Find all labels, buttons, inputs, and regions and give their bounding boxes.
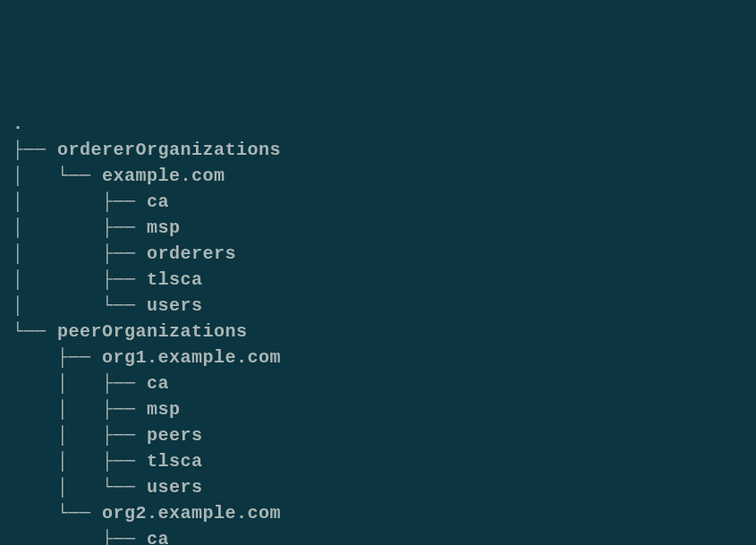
tree-node-name: example.com — [102, 166, 225, 186]
tree-line: │ └── users — [13, 293, 743, 319]
tree-prefix: │ └── — [13, 477, 147, 498]
tree-line: └── peerOrganizations — [13, 319, 743, 345]
tree-line: │ ├── ca — [13, 370, 743, 396]
tree-node-name: ca — [147, 373, 169, 394]
tree-line: │ ├── ca — [13, 189, 743, 215]
tree-prefix: │ ├── — [13, 373, 147, 394]
tree-line: ├── ca — [13, 526, 743, 545]
tree-prefix: │ ├── — [13, 425, 147, 446]
tree-prefix: │ ├── — [13, 451, 147, 472]
tree-prefix: │ └── — [13, 295, 147, 316]
tree-prefix: └── — [13, 321, 57, 342]
tree-line: │ └── example.com — [13, 163, 743, 189]
tree-node-name: users — [147, 295, 203, 316]
tree-line: ├── org1.example.com — [13, 345, 743, 370]
tree-node-name: tlsca — [147, 269, 203, 290]
tree-node-name: msp — [147, 217, 181, 238]
tree-node-name: ca — [147, 192, 169, 212]
tree-prefix: │ └── — [13, 166, 102, 186]
tree-line: │ ├── msp — [13, 396, 743, 422]
tree-node-name: tlsca — [147, 451, 203, 472]
tree-prefix: ├── — [13, 529, 147, 545]
tree-node-name: peers — [147, 425, 203, 446]
tree-prefix: │ ├── — [13, 192, 147, 212]
tree-prefix: ├── — [13, 140, 57, 160]
tree-line: │ ├── tlsca — [13, 267, 743, 293]
tree-node-name: msp — [147, 399, 181, 420]
tree-node-name: ca — [147, 529, 169, 545]
tree-root: . — [13, 111, 743, 137]
tree-node-name: ordererOrganizations — [57, 140, 281, 160]
tree-line: │ ├── tlsca — [13, 448, 743, 474]
tree-node-name: org2.example.com — [102, 503, 281, 524]
tree-line: │ ├── msp — [13, 215, 743, 241]
tree-prefix: ├── — [13, 347, 102, 368]
tree-line: │ ├── orderers — [13, 241, 743, 267]
tree-node-name: org1.example.com — [102, 347, 281, 368]
terminal-output: .├── ordererOrganizations│ └── example.c… — [13, 111, 743, 545]
tree-node-name: orderers — [147, 243, 236, 264]
tree-line: ├── ordererOrganizations — [13, 137, 743, 163]
tree-line: │ ├── peers — [13, 422, 743, 448]
tree-prefix: │ ├── — [13, 243, 147, 264]
tree-line: └── org2.example.com — [13, 500, 743, 526]
tree-node-name: users — [147, 477, 203, 498]
tree-prefix: │ ├── — [13, 399, 147, 420]
tree-prefix: │ ├── — [13, 269, 147, 290]
tree-line: │ └── users — [13, 474, 743, 500]
tree-prefix: │ ├── — [13, 217, 147, 238]
tree-prefix: └── — [13, 503, 102, 524]
tree-node-name: peerOrganizations — [57, 321, 248, 342]
